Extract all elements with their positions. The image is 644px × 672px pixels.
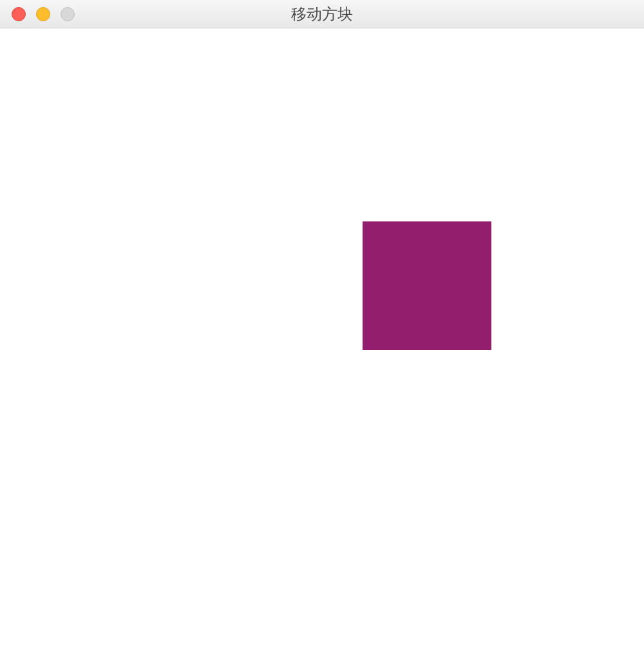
titlebar[interactable]: 移动方块	[0, 0, 644, 28]
minimize-button[interactable]	[36, 7, 50, 21]
app-window: 移动方块	[0, 0, 644, 672]
maximize-button[interactable]	[61, 7, 75, 21]
window-title: 移动方块	[291, 4, 353, 24]
close-button[interactable]	[12, 7, 26, 21]
traffic-lights	[0, 7, 75, 21]
movable-block[interactable]	[363, 221, 491, 350]
content-area	[0, 28, 644, 672]
